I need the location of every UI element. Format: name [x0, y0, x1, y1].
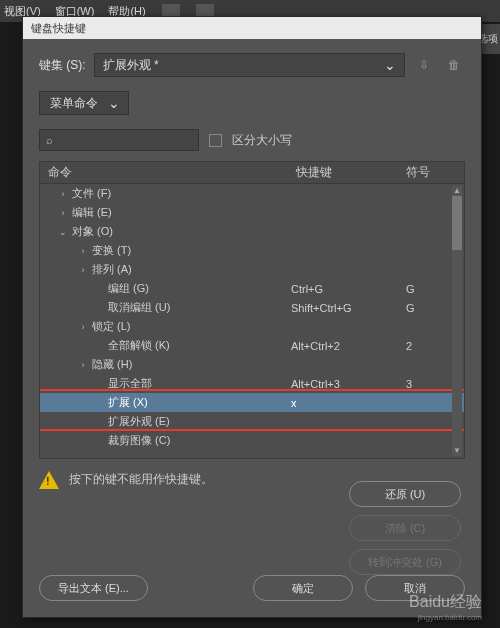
clear-button[interactable]: 清除 (C) — [349, 515, 461, 541]
row-label: 排列 (A) — [92, 262, 132, 277]
undo-button[interactable]: 还原 (U) — [349, 481, 461, 507]
caret-icon[interactable]: ⌄ — [58, 227, 68, 237]
caret-icon[interactable]: › — [78, 360, 88, 370]
case-sensitive-checkbox[interactable] — [209, 134, 222, 147]
search-icon: ⌕ — [46, 134, 53, 146]
table-row[interactable]: ›编辑 (E) — [40, 203, 464, 222]
row-label: 裁剪图像 (C) — [108, 433, 170, 448]
row-shortcut: x — [291, 397, 406, 409]
table-row[interactable]: 编组 (G)Ctrl+GG — [40, 279, 464, 298]
caret-icon[interactable]: › — [78, 322, 88, 332]
cancel-button[interactable]: 取消 — [365, 575, 465, 601]
scope-select[interactable]: 菜单命令 — [39, 91, 129, 115]
export-text-button[interactable]: 导出文本 (E)... — [39, 575, 148, 601]
table-row[interactable]: ›锁定 (L) — [40, 317, 464, 336]
table-header: 命令 快捷键 符号 — [39, 161, 465, 183]
row-symbol: G — [406, 283, 456, 295]
caret-icon[interactable]: › — [78, 265, 88, 275]
row-label: 锁定 (L) — [92, 319, 131, 334]
col-shortcut: 快捷键 — [296, 164, 406, 181]
table-row[interactable]: 裁剪图像 (C) — [40, 431, 464, 450]
row-symbol: G — [406, 302, 456, 314]
caret-icon[interactable]: › — [58, 189, 68, 199]
row-label: 取消编组 (U) — [108, 300, 170, 315]
warning-icon — [39, 471, 59, 489]
row-shortcut: Alt+Ctrl+3 — [291, 378, 406, 390]
table-row[interactable]: 扩展 (X)x — [40, 393, 464, 412]
scroll-up-arrow[interactable]: ▲ — [452, 186, 462, 196]
table-row[interactable]: ›文件 (F) — [40, 184, 464, 203]
row-symbol: 3 — [406, 378, 456, 390]
delete-icon[interactable]: 🗑 — [443, 54, 465, 76]
table-row[interactable]: ›变换 (T) — [40, 241, 464, 260]
row-label: 隐藏 (H) — [92, 357, 132, 372]
row-symbol: 2 — [406, 340, 456, 352]
col-symbol: 符号 — [406, 164, 456, 181]
scroll-down-arrow[interactable]: ▼ — [452, 446, 462, 456]
row-shortcut: Shift+Ctrl+G — [291, 302, 406, 314]
col-command: 命令 — [48, 164, 296, 181]
case-sensitive-label: 区分大小写 — [232, 132, 292, 149]
row-label: 扩展外观 (E) — [108, 414, 170, 429]
warning-message: 按下的键不能用作快捷键。 — [69, 471, 213, 488]
keyboard-shortcuts-dialog: 键盘快捷键 键集 (S): 扩展外观 * ⇩ 🗑 菜单命令 ⌕ 区分大小写 命令… — [22, 16, 482, 618]
save-icon[interactable]: ⇩ — [413, 54, 435, 76]
goto-conflict-button[interactable]: 转到冲突处 (G) — [349, 549, 461, 575]
caret-icon[interactable]: › — [78, 246, 88, 256]
table-row[interactable]: ›隐藏 (H) — [40, 355, 464, 374]
table-row[interactable]: ›排列 (A) — [40, 260, 464, 279]
row-label: 扩展 (X) — [108, 395, 148, 410]
table-row[interactable]: ⌄对象 (O) — [40, 222, 464, 241]
row-label: 文件 (F) — [72, 186, 111, 201]
row-label: 编组 (G) — [108, 281, 149, 296]
row-label: 对象 (O) — [72, 224, 113, 239]
table-row[interactable]: 取消编组 (U)Shift+Ctrl+GG — [40, 298, 464, 317]
row-shortcut: Alt+Ctrl+2 — [291, 340, 406, 352]
row-label: 显示全部 — [108, 376, 152, 391]
table-row[interactable]: 显示全部Alt+Ctrl+33 — [40, 374, 464, 393]
row-label: 变换 (T) — [92, 243, 131, 258]
table-row[interactable]: 全部解锁 (K)Alt+Ctrl+22 — [40, 336, 464, 355]
tree-scrollbar[interactable]: ▲ ▼ — [452, 186, 462, 456]
command-tree: ▲ ▼ ›文件 (F)›编辑 (E)⌄对象 (O)›变换 (T)›排列 (A)编… — [39, 183, 465, 459]
scroll-thumb[interactable] — [452, 196, 462, 250]
caret-icon[interactable]: › — [58, 208, 68, 218]
table-row[interactable]: 扩展外观 (E) — [40, 412, 464, 431]
ok-button[interactable]: 确定 — [253, 575, 353, 601]
set-label: 键集 (S): — [39, 57, 86, 74]
row-label: 编辑 (E) — [72, 205, 112, 220]
search-input[interactable]: ⌕ — [39, 129, 199, 151]
row-label: 全部解锁 (K) — [108, 338, 170, 353]
keyset-select[interactable]: 扩展外观 * — [94, 53, 405, 77]
dialog-title: 键盘快捷键 — [23, 17, 481, 39]
row-shortcut: Ctrl+G — [291, 283, 406, 295]
